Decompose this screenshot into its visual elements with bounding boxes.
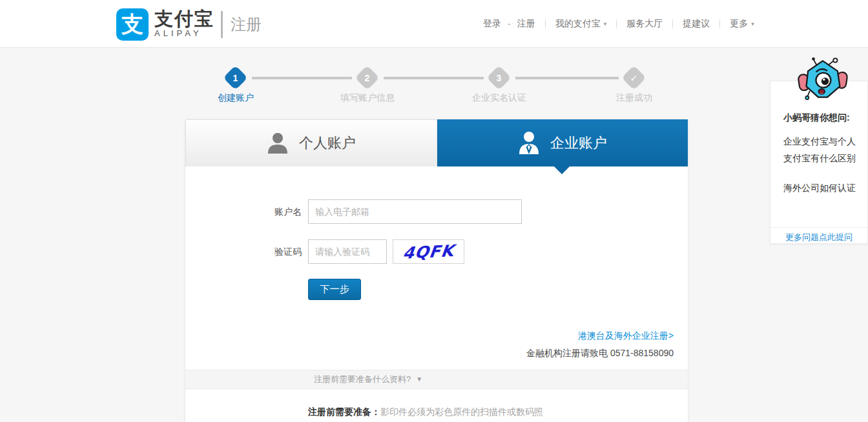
- nav-dash: -: [508, 19, 511, 29]
- tab-personal-label: 个人账户: [299, 134, 356, 153]
- robot-mascot-icon: [794, 55, 851, 107]
- step-label-4: 注册成功: [589, 92, 679, 104]
- tab-personal-account[interactable]: 个人账户: [185, 119, 437, 166]
- brand-name-en: ALIPAY: [154, 28, 214, 39]
- nav-separator: [545, 19, 546, 28]
- progress-steps: 1 2 3 ✓ 创建账户 填写账户信息 企业实名认证 注册成功: [185, 61, 688, 110]
- next-step-button[interactable]: 下一步: [308, 279, 361, 300]
- more-questions-link[interactable]: 更多问题点此提问: [785, 232, 852, 242]
- prep-note-label: 注册前需要准备：: [308, 407, 380, 417]
- prep-note-text: 影印件必须为彩色原件的扫描件或数码照: [380, 407, 543, 417]
- step-marker-4-check-icon: ✓: [621, 65, 646, 90]
- top-nav: 登录 - 注册 我的支付宝▾ 服务大厅 提建议 更多▾: [483, 0, 754, 48]
- tab-enterprise-label: 企业账户: [550, 134, 607, 153]
- assistant-title: 小蚂哥猜你想问:: [783, 112, 850, 124]
- step-connector: [515, 77, 619, 79]
- nav-separator: [672, 19, 673, 28]
- nav-feedback-link[interactable]: 提建议: [683, 18, 710, 30]
- finance-phone-note: 金融机构注册请致电 0571-88158090: [526, 348, 674, 359]
- assistant-question-1[interactable]: 企业支付宝与个人支付宝有什么区别: [783, 133, 857, 166]
- person-icon: [267, 132, 289, 155]
- step-connector: [384, 77, 484, 79]
- prep-materials-toggle[interactable]: 注册前需要准备什么资料?▼: [314, 370, 422, 388]
- nav-more-link[interactable]: 更多▾: [730, 18, 754, 30]
- step-label-1: 创建账户: [191, 92, 281, 104]
- overseas-register-link[interactable]: 港澳台及海外企业注册>: [578, 330, 674, 342]
- account-name-label: 账户名: [185, 199, 302, 224]
- nav-login-link[interactable]: 登录: [483, 18, 501, 30]
- register-card: 个人账户 企业账户 账户名 验证码 4QFK 下一步 港澳台及海外企业注册> 金…: [185, 119, 688, 422]
- account-name-input[interactable]: [308, 199, 522, 224]
- nav-separator: [616, 19, 617, 28]
- captcha-image[interactable]: 4QFK: [393, 239, 464, 264]
- captcha-input[interactable]: [308, 239, 387, 264]
- page-title: 注册: [231, 14, 262, 35]
- step-marker-2: 2: [355, 65, 379, 90]
- nav-my-alipay-link[interactable]: 我的支付宝▾: [555, 18, 607, 30]
- logo-glyph: 支: [121, 10, 143, 39]
- alipay-register-page: 支 支付宝 ALIPAY 注册 登录 - 注册 我的支付宝▾ 服务大厅 提建议 …: [0, 0, 868, 422]
- business-person-icon: [518, 131, 540, 156]
- nav-separator: [719, 19, 720, 28]
- logo-divider: [221, 11, 223, 38]
- assistant-footer: 更多问题点此提问: [770, 227, 867, 244]
- tab-enterprise-account[interactable]: 企业账户: [437, 119, 688, 166]
- step-label-2: 填写账户信息: [322, 92, 413, 104]
- brand-name-cn: 支付宝: [154, 9, 214, 28]
- step-marker-1: 1: [223, 65, 247, 90]
- prep-materials-bar: 注册前需要准备什么资料?▼: [185, 370, 688, 389]
- chevron-down-icon: ▾: [604, 21, 607, 27]
- header: 支 支付宝 ALIPAY 注册 登录 - 注册 我的支付宝▾ 服务大厅 提建议 …: [0, 0, 868, 48]
- active-tab-pointer: [554, 166, 570, 174]
- captcha-code: 4QFK: [402, 241, 455, 262]
- nav-register-link[interactable]: 注册: [517, 18, 535, 30]
- step-marker-3: 3: [486, 65, 511, 90]
- chevron-down-icon: ▾: [751, 21, 754, 27]
- captcha-label: 验证码: [185, 239, 302, 264]
- alipay-logo-icon[interactable]: 支: [116, 8, 149, 41]
- prep-note: 注册前需要准备：影印件必须为彩色原件的扫描件或数码照: [308, 407, 543, 418]
- assistant-question-2[interactable]: 海外公司如何认证: [783, 179, 857, 196]
- step-connector: [252, 77, 352, 79]
- account-type-tabs: 个人账户 企业账户: [185, 119, 688, 166]
- nav-service-hall-link[interactable]: 服务大厅: [626, 18, 663, 30]
- brand-block: 支付宝 ALIPAY: [154, 9, 214, 39]
- chevron-down-icon: ▼: [416, 376, 422, 383]
- step-label-3: 企业实名认证: [454, 92, 544, 104]
